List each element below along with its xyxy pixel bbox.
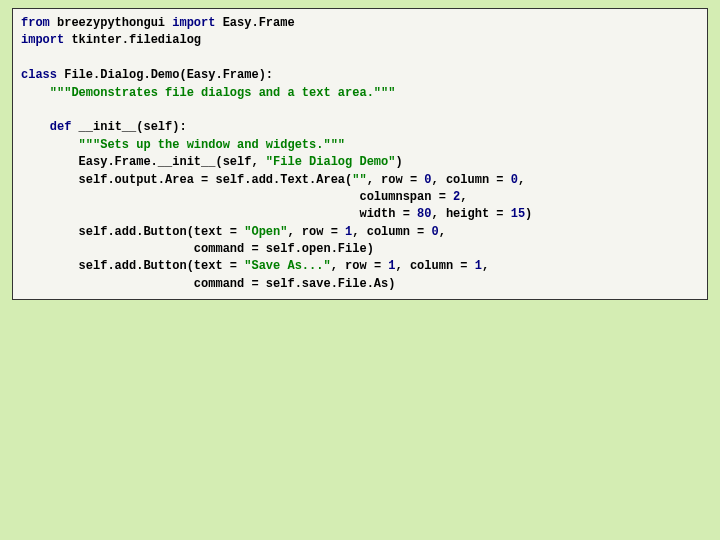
code-line: class File.Dialog.Demo(Easy.Frame): — [21, 68, 273, 82]
code-line: self.output.Area = self.add.Text.Area(""… — [21, 173, 525, 187]
code-line: def __init__(self): — [21, 120, 187, 134]
code-line: self.add.Button(text = "Open", row = 1, … — [21, 225, 446, 239]
code-line: command = self.save.File.As) — [21, 277, 395, 291]
code-line: from breezypythongui import Easy.Frame — [21, 16, 295, 30]
code-line: Easy.Frame.__init__(self, "File Dialog D… — [21, 155, 403, 169]
code-line: import tkinter.filedialog — [21, 33, 201, 47]
code-line: width = 80, height = 15) — [21, 207, 532, 221]
code-line: columnspan = 2, — [21, 190, 467, 204]
code-line: command = self.open.File) — [21, 242, 374, 256]
code-line: """Demonstrates file dialogs and a text … — [21, 86, 395, 100]
code-line: """Sets up the window and widgets.""" — [21, 138, 345, 152]
code-block: from breezypythongui import Easy.Frame i… — [12, 8, 708, 300]
code-line: self.add.Button(text = "Save As...", row… — [21, 259, 489, 273]
